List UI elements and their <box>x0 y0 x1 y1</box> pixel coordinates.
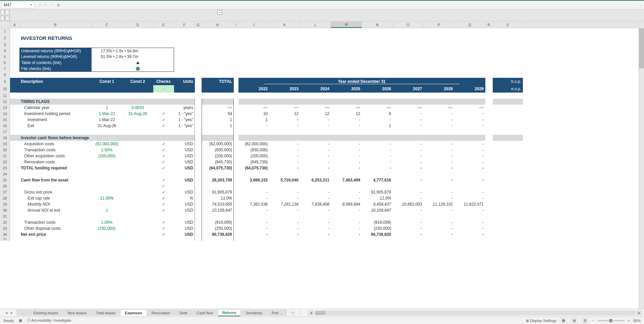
col-header-P[interactable]: P <box>424 21 454 28</box>
cell[interactable]: 74,519,605 <box>202 201 234 207</box>
row-header[interactable]: 22 <box>0 159 10 165</box>
cell[interactable]: - <box>331 117 362 123</box>
col-header-L[interactable]: L <box>300 21 331 28</box>
row-header[interactable]: 34 <box>0 231 10 237</box>
outline-collapse-icon[interactable]: − <box>217 10 222 15</box>
cell[interactable]: - <box>300 189 331 195</box>
col-header-G[interactable]: G <box>195 21 202 28</box>
cell[interactable]: 0.0833 <box>122 105 153 111</box>
row-header[interactable]: 9 <box>0 78 10 85</box>
display-settings[interactable]: 🖥 Display Settings <box>525 319 556 323</box>
sheet-tab-existing[interactable]: Existing leases <box>29 310 62 316</box>
name-box-dropdown-icon[interactable]: ▼ <box>30 3 33 6</box>
cell[interactable]: - <box>424 195 454 201</box>
cell[interactable]: - <box>362 153 393 159</box>
vertical-scrollbar[interactable] <box>639 21 644 309</box>
cell[interactable]: - <box>424 123 454 129</box>
cell[interactable]: 31-Aug-26 <box>92 123 122 129</box>
row-header[interactable]: 3 <box>0 42 10 48</box>
cell[interactable]: 1-Mar-22 <box>92 117 122 123</box>
outline-level-2[interactable]: 2 <box>0 16 9 21</box>
row-header[interactable]: 5 <box>0 54 10 60</box>
cell[interactable]: - <box>454 123 485 129</box>
cell[interactable]: years <box>174 105 195 111</box>
file-checks-link[interactable]: File checks (link) <box>19 66 92 72</box>
col-header-R[interactable]: R <box>485 21 493 28</box>
cell[interactable]: ~~ <box>331 105 362 111</box>
row-header[interactable]: 1 <box>0 28 10 34</box>
cell[interactable]: - <box>393 147 424 153</box>
cell[interactable]: - <box>454 219 485 225</box>
cell[interactable]: - <box>238 123 269 129</box>
cell[interactable]: - <box>454 225 485 231</box>
cell[interactable]: USD <box>174 141 195 147</box>
cell[interactable]: - <box>424 219 454 225</box>
cell[interactable]: 7,281,134 <box>269 201 300 207</box>
cell[interactable]: - <box>424 165 454 171</box>
cell[interactable]: - <box>269 219 300 225</box>
view-page-layout-icon[interactable]: ▤ <box>571 318 578 323</box>
col-header-I[interactable]: I <box>234 21 238 28</box>
cell[interactable]: 7,838,408 <box>300 201 331 207</box>
cell[interactable]: - <box>393 231 424 237</box>
sheet-tab-new[interactable]: New leases <box>63 310 91 316</box>
cell[interactable]: USD <box>174 177 195 183</box>
cell[interactable]: - <box>331 207 362 213</box>
cell[interactable]: - <box>393 177 424 183</box>
cell[interactable]: - <box>454 207 485 213</box>
cell[interactable]: - <box>238 207 269 213</box>
cell[interactable]: - <box>269 165 300 171</box>
cell[interactable]: - <box>424 153 454 159</box>
cell[interactable]: - <box>331 153 362 159</box>
cell[interactable]: - <box>300 123 331 129</box>
cell[interactable]: (62,000,000) <box>92 141 122 147</box>
cell[interactable]: (945,730) <box>238 159 269 165</box>
zoom-in-icon[interactable]: + <box>628 319 630 323</box>
cell[interactable]: 3,989,332 <box>238 177 269 183</box>
cell[interactable]: - <box>454 141 485 147</box>
cell[interactable]: - <box>454 153 485 159</box>
cell[interactable]: 1.00% <box>92 219 122 225</box>
cell[interactable]: - <box>454 111 485 117</box>
fx-icon[interactable]: fx <box>57 3 60 7</box>
cell[interactable]: - <box>454 147 485 153</box>
cell[interactable]: ~~ <box>424 105 454 111</box>
cell[interactable]: - <box>238 225 269 231</box>
cell[interactable]: 4,777,616 <box>362 177 393 183</box>
cell[interactable]: (930,000) <box>202 147 234 153</box>
cell[interactable]: - <box>424 177 454 183</box>
sheet-tab-renovation[interactable]: Renovation <box>147 310 175 316</box>
row-header[interactable]: 14 <box>0 111 10 117</box>
cell[interactable]: - <box>300 219 331 225</box>
cell[interactable]: - <box>300 225 331 231</box>
cell[interactable]: ~~ <box>362 105 393 111</box>
row-header[interactable]: 10 <box>0 85 10 93</box>
row-header[interactable]: 28 <box>0 195 10 201</box>
cell[interactable]: USD <box>174 219 195 225</box>
formula-input[interactable] <box>64 2 636 8</box>
sheet-tab-more[interactable]: ... <box>17 310 29 316</box>
cell[interactable]: 8,966,684 <box>331 201 362 207</box>
cell[interactable]: (250,000) <box>362 225 393 231</box>
add-sheet-button[interactable]: + <box>289 310 296 316</box>
cell[interactable]: 1 <box>238 117 269 123</box>
cell[interactable]: - <box>269 141 300 147</box>
row-header[interactable]: 13 <box>0 105 10 111</box>
cell[interactable]: 1.50% <box>92 147 122 153</box>
row-header[interactable]: 35 <box>0 237 10 241</box>
cell[interactable]: 31-Aug-26 <box>122 111 153 117</box>
cell[interactable]: (919,059) <box>202 219 234 225</box>
row-header[interactable]: 26 <box>0 183 10 189</box>
cell[interactable]: - <box>362 141 393 147</box>
cell[interactable]: - <box>424 225 454 231</box>
cell[interactable]: (62,000,000) <box>202 141 234 147</box>
name-box[interactable]: M47 ▼ <box>1 2 35 8</box>
cell[interactable]: USD <box>174 153 195 159</box>
cell[interactable]: - <box>424 189 454 195</box>
row-header[interactable]: 8 <box>0 72 10 78</box>
cell[interactable]: - <box>269 231 300 237</box>
cell[interactable]: - <box>238 219 269 225</box>
cell[interactable]: - <box>424 207 454 213</box>
cell[interactable]: (62,000,000) <box>238 141 269 147</box>
cell[interactable]: - <box>269 225 300 231</box>
